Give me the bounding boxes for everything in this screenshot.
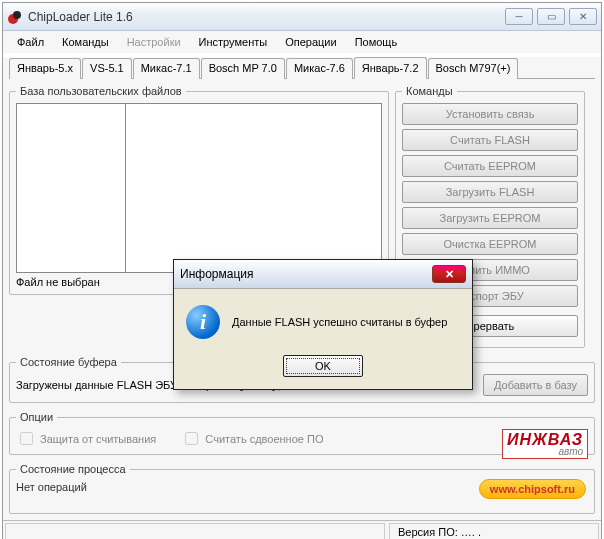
menu-settings: Настройки — [119, 33, 189, 51]
dialog-title: Информация — [180, 267, 432, 281]
cmd-button-1[interactable]: Считать FLASH — [402, 129, 578, 151]
process-legend: Состояние процесса — [16, 463, 130, 475]
main-area: Январь-5.xVS-5.1Микас-7.1Bosch MP 7.0Мик… — [3, 57, 601, 520]
cmd-button-4[interactable]: Загрузить EEPROM — [402, 207, 578, 229]
tab-strip: Январь-5.xVS-5.1Микас-7.1Bosch MP 7.0Мик… — [9, 57, 595, 79]
file-tree[interactable] — [16, 103, 126, 273]
options-group: Опции Защита от считывания Считать сдвое… — [9, 411, 595, 455]
read-double-label: Считать сдвоенное ПО — [181, 429, 323, 448]
status-version: Версия ПО: …. . — [389, 523, 599, 539]
file-list-area — [16, 103, 382, 273]
tab-1[interactable]: VS-5.1 — [82, 58, 132, 79]
commands-legend: Команды — [402, 85, 457, 97]
options-legend: Опции — [16, 411, 57, 423]
add-to-db-button: Добавить в базу — [483, 374, 588, 396]
process-state-group: Состояние процесса Нет операций www.chip… — [9, 463, 595, 514]
titlebar: ChipLoader Lite 1.6 ─ ▭ ✕ — [3, 3, 601, 31]
read-protect-checkbox — [20, 432, 33, 445]
minimize-button[interactable]: ─ — [505, 8, 533, 25]
chipsoft-link[interactable]: www.chipsoft.ru — [479, 479, 586, 499]
file-list[interactable] — [126, 103, 382, 273]
read-protect-label: Защита от считывания — [16, 429, 156, 448]
close-button[interactable]: ✕ — [569, 8, 597, 25]
menu-file[interactable]: Файл — [9, 33, 52, 51]
svg-point-1 — [13, 11, 21, 19]
maximize-button[interactable]: ▭ — [537, 8, 565, 25]
cmd-button-0[interactable]: Установить связь — [402, 103, 578, 125]
cmd-button-5[interactable]: Очистка EEPROM — [402, 233, 578, 255]
menu-operations[interactable]: Операции — [277, 33, 344, 51]
app-icon — [7, 9, 23, 25]
tab-3[interactable]: Bosch MP 7.0 — [201, 58, 285, 79]
cmd-button-3[interactable]: Загрузить FLASH — [402, 181, 578, 203]
user-files-legend: База пользовательских файлов — [16, 85, 186, 97]
dialog-message: Данные FLASH успешно считаны в буфер — [232, 316, 447, 328]
statusbar: Версия ПО: …. . — [3, 520, 601, 539]
info-dialog: Информация ✕ i Данные FLASH успешно счит… — [173, 259, 473, 390]
menu-commands[interactable]: Команды — [54, 33, 117, 51]
dialog-ok-button[interactable]: OK — [283, 355, 363, 377]
window-title: ChipLoader Lite 1.6 — [28, 10, 501, 24]
dialog-titlebar: Информация ✕ — [174, 260, 472, 289]
tab-0[interactable]: Январь-5.x — [9, 58, 81, 79]
tab-2[interactable]: Микас-7.1 — [133, 58, 200, 79]
status-left — [5, 523, 385, 539]
brand-logo: ИНЖВАЗ авто — [502, 429, 588, 459]
tab-4[interactable]: Микас-7.6 — [286, 58, 353, 79]
read-double-checkbox — [185, 432, 198, 445]
menu-help[interactable]: Помощь — [347, 33, 406, 51]
menubar: Файл Команды Настройки Инструменты Опера… — [3, 31, 601, 53]
tab-6[interactable]: Bosch M797(+) — [428, 58, 519, 79]
buffer-legend: Состояние буфера — [16, 356, 121, 368]
app-window: ChipLoader Lite 1.6 ─ ▭ ✕ Файл Команды Н… — [2, 2, 602, 539]
tab-5[interactable]: Январь-7.2 — [354, 57, 427, 79]
cmd-button-2[interactable]: Считать EEPROM — [402, 155, 578, 177]
dialog-close-button[interactable]: ✕ — [432, 265, 466, 283]
menu-tools[interactable]: Инструменты — [191, 33, 276, 51]
info-icon: i — [186, 305, 220, 339]
